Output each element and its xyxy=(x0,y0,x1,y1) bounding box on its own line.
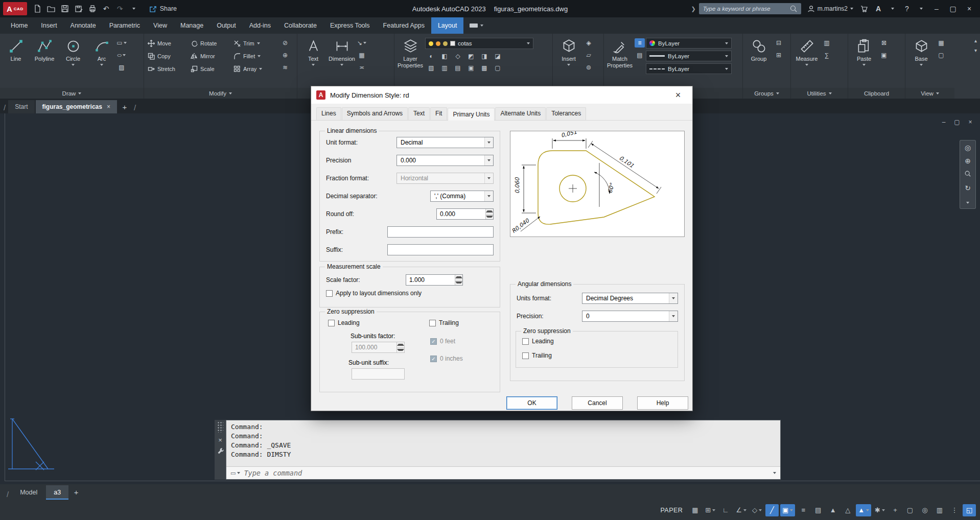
annotation-scale-icon[interactable]: ▲ xyxy=(856,504,871,516)
decimal-separator-select[interactable]: ',' (Comma) xyxy=(430,191,494,202)
layer-match-icon[interactable]: ◨ xyxy=(479,52,489,61)
plot-icon[interactable] xyxy=(86,2,99,15)
account-menu[interactable]: m.martins2 xyxy=(804,5,856,13)
layer-isolate-icon[interactable]: ◧ xyxy=(439,52,450,61)
layout-tab-a3[interactable]: a3 xyxy=(46,485,68,500)
layer-lock-icon[interactable]: ◩ xyxy=(466,52,476,61)
leading-checkbox[interactable]: Leading xyxy=(328,319,360,326)
copy-clip-icon[interactable]: ▣ xyxy=(879,51,889,60)
paper-space-toggle[interactable]: PAPER xyxy=(660,507,683,514)
angular-trailing-checkbox[interactable]: Trailing xyxy=(522,352,552,359)
tab-manage[interactable]: Manage xyxy=(174,17,210,34)
precision-select[interactable]: 0.000 xyxy=(396,155,494,166)
layer-delete-icon[interactable]: ▣ xyxy=(466,63,476,73)
recent-commands-icon[interactable]: ▭ xyxy=(230,470,240,477)
command-input[interactable] xyxy=(244,469,769,477)
ortho-mode-icon[interactable]: ∟ xyxy=(719,504,732,516)
autocad-logo[interactable]: ACAD xyxy=(3,2,27,15)
file-tab-start[interactable]: Start xyxy=(8,100,34,113)
multileader-icon[interactable]: ↘ xyxy=(357,38,367,48)
ok-button[interactable]: OK xyxy=(506,396,557,410)
dialog-tab-text[interactable]: Text xyxy=(408,107,430,120)
angular-precision-select[interactable]: 0 xyxy=(582,311,678,322)
polyline-button[interactable]: Polyline xyxy=(31,35,58,88)
quick-calc-icon[interactable]: ∑ xyxy=(822,51,832,60)
create-block-icon[interactable]: ◈ xyxy=(584,38,594,48)
base-button[interactable]: Base xyxy=(907,35,935,88)
command-close-icon[interactable]: × xyxy=(218,436,222,444)
object-snap-icon[interactable]: ▣ xyxy=(780,504,795,516)
command-grip-handle[interactable] xyxy=(217,421,223,433)
isolate-objects-icon[interactable]: ◎ xyxy=(918,504,931,516)
orbit-icon[interactable]: ↻ xyxy=(965,184,971,192)
object-color-dropdown[interactable]: ByLayer xyxy=(646,38,732,49)
cancel-button[interactable]: Cancel xyxy=(572,396,623,410)
qat-customize-icon[interactable] xyxy=(127,2,141,15)
make-current-layer-icon[interactable]: ◪ xyxy=(493,52,503,61)
explode-icon[interactable]: ⊕ xyxy=(280,51,290,60)
stretch-button[interactable]: Stretch xyxy=(146,64,189,74)
mirror-button[interactable]: Mirror xyxy=(189,51,232,61)
navbar-menu-icon[interactable] xyxy=(966,197,969,205)
arc-button[interactable]: Arc xyxy=(88,35,115,88)
annotation-monitor-icon[interactable]: + xyxy=(889,504,902,516)
text-button[interactable]: Text xyxy=(299,35,327,88)
quick-properties-icon[interactable]: ▢ xyxy=(903,504,917,516)
zoom-icon[interactable] xyxy=(964,170,971,179)
apply-layout-only-checkbox[interactable]: Apply to layout dimensions only xyxy=(326,290,422,297)
tab-home[interactable]: Home xyxy=(4,17,34,34)
layer-settings-icon[interactable]: ▢ xyxy=(493,63,503,73)
isodraft-icon[interactable]: ◇ xyxy=(750,504,764,516)
autoscale-icon[interactable]: △ xyxy=(841,504,854,516)
dialog-titlebar[interactable]: A Modify Dimension Style: rd × xyxy=(311,86,692,104)
command-history[interactable]: Command: Command: Command: _QSAVE Comman… xyxy=(226,420,780,466)
autodesk-menu-caret[interactable] xyxy=(886,2,899,15)
file-tab-drawing[interactable]: figuras_geometricas× xyxy=(36,100,117,113)
quick-select-icon[interactable]: ▥ xyxy=(822,38,832,48)
layer-merge-icon[interactable]: ▤ xyxy=(453,63,463,73)
layer-properties-button[interactable]: Layer Properties xyxy=(396,35,424,88)
doc-restore-button[interactable]: ▢ xyxy=(951,117,963,127)
dialog-tab-alternate-units[interactable]: Alternate Units xyxy=(495,107,546,120)
ellipse-icon[interactable]: ○ xyxy=(116,51,127,60)
workspace-switching-icon[interactable]: ✱ xyxy=(873,504,887,516)
dialog-tab-primary-units[interactable]: Primary Units xyxy=(448,108,495,121)
layer-previous-icon[interactable]: ▩ xyxy=(479,63,489,73)
app-store-cart-icon[interactable] xyxy=(857,2,871,15)
round-off-spinner[interactable]: 0.000 xyxy=(436,208,494,220)
minimize-button[interactable]: – xyxy=(929,1,944,16)
erase-icon[interactable]: ⊘ xyxy=(280,38,290,48)
dimension-button[interactable]: Dimension xyxy=(328,35,356,88)
ungroup-icon[interactable]: ⊟ xyxy=(774,38,784,48)
new-file-tab-button[interactable]: + xyxy=(118,100,131,113)
table-icon[interactable]: ▦ xyxy=(357,51,367,60)
ribbon-expand-icon[interactable]: ▾ xyxy=(974,48,977,53)
dimension-style-icon[interactable]: ≍ xyxy=(357,63,367,72)
dialog-tab-lines[interactable]: Lines xyxy=(316,107,341,120)
layer-dropdown[interactable]: cotas xyxy=(425,38,533,49)
dialog-close-icon[interactable]: × xyxy=(669,86,687,104)
close-button[interactable]: × xyxy=(962,1,977,16)
cut-icon[interactable]: ⊠ xyxy=(879,38,889,48)
model-tab[interactable]: Model xyxy=(12,485,45,500)
save-icon[interactable] xyxy=(58,2,72,15)
help-button[interactable]: Help xyxy=(637,396,688,410)
draw-panel-label[interactable]: Draw xyxy=(0,88,144,99)
ribbon-collapse-icon[interactable]: ▴ xyxy=(974,38,977,43)
search-expand-icon[interactable]: ❯ xyxy=(689,6,697,12)
tab-featured-apps[interactable]: Featured Apps xyxy=(377,17,431,34)
clean-screen-icon[interactable]: ◱ xyxy=(963,504,976,516)
hatch-icon[interactable]: ▨ xyxy=(116,63,127,72)
tab-express-tools[interactable]: Express Tools xyxy=(323,17,377,34)
rectangle-icon[interactable]: ▭ xyxy=(116,38,127,48)
viewport-config-icon[interactable]: ▦ xyxy=(936,38,946,48)
block-editor-icon[interactable]: ▱ xyxy=(584,51,594,60)
object-snap-tracking-icon[interactable]: ╱ xyxy=(765,504,779,516)
suffix-input[interactable] xyxy=(387,244,494,255)
angular-units-format-select[interactable]: Decimal Degrees xyxy=(582,293,678,304)
rotate-button[interactable]: Rotate xyxy=(189,38,232,49)
move-button[interactable]: Move xyxy=(146,38,189,49)
define-attributes-icon[interactable]: ⊚ xyxy=(584,63,594,72)
linetype-dropdown[interactable]: ByLayer xyxy=(646,63,732,74)
angular-leading-checkbox[interactable]: Leading xyxy=(522,338,554,345)
